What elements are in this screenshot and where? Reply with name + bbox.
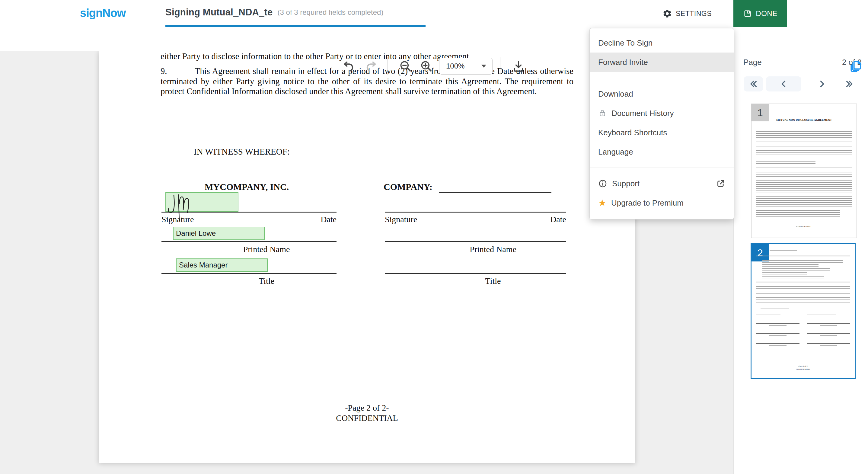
done-button[interactable]: DONE: [734, 0, 787, 27]
page-label: Page: [743, 58, 762, 67]
menu-item-forward-invite[interactable]: Forward Invite: [590, 53, 734, 72]
zoom-in-button[interactable]: [420, 59, 433, 73]
printed-name-label-right: Printed Name: [402, 244, 584, 254]
title-label-right: Title: [402, 276, 584, 286]
title-label-left: Title: [179, 276, 354, 286]
printed-name-label-left: Printed Name: [179, 244, 354, 254]
menu-item-label: Keyboard Shortcuts: [598, 128, 667, 137]
done-label: DONE: [756, 9, 777, 18]
app-header: signNow Signing Mutual_NDA_te (3 of 3 re…: [0, 0, 868, 27]
menu-item-keyboard-shortcuts[interactable]: Keyboard Shortcuts: [590, 123, 734, 142]
menu-item-language[interactable]: Language: [590, 142, 734, 161]
stacked-pages-icon: [849, 59, 864, 74]
page-footer-number: -Page 2 of 2-: [99, 403, 635, 413]
signature-date-labels-left: Signature Date: [161, 215, 337, 224]
printed-name-value: Daniel Lowe: [174, 227, 264, 239]
signature-line-right: [385, 212, 566, 212]
chevron-right-icon: [817, 79, 827, 89]
redo-button[interactable]: [364, 59, 378, 73]
page-indicator-row: Page 2 of 2: [734, 58, 868, 67]
thumb1-title: MUTUAL NON-DISCLOSURE AGREEMENT: [751, 118, 857, 121]
zoom-in-icon: [420, 60, 433, 73]
fields-completed-status: (3 of 3 required fields completed): [278, 8, 383, 17]
pages-sidebar: Page 2 of 2 1 MUTUAL NON-DISCLOSURE AGRE…: [734, 51, 868, 474]
paragraph-9-number: 9.: [161, 66, 195, 77]
info-circle-icon: [598, 179, 607, 188]
company-name-left: MYCOMPANY, INC.: [205, 182, 289, 192]
menu-item-download[interactable]: Download: [590, 84, 734, 103]
menu-item-decline-to-sign[interactable]: Decline To Sign: [590, 33, 734, 53]
next-page-button[interactable]: [813, 77, 831, 91]
menu-item-upgrade-to-premium[interactable]: ★ Upgrade to Premium: [590, 193, 734, 212]
toolbar: 100%: [0, 27, 868, 51]
signnow-signing-screen: signNow Signing Mutual_NDA_te (3 of 3 re…: [0, 0, 868, 474]
company-name-right: COMPANY:: [383, 182, 433, 192]
signature-line-left: [161, 212, 337, 212]
chevron-left-icon: [779, 79, 789, 89]
title-line-right: [385, 273, 566, 274]
star-icon: ★: [598, 198, 606, 207]
gear-icon: [662, 9, 672, 19]
completion-progress-bar: [165, 25, 426, 27]
settings-label: SETTINGS: [676, 10, 712, 18]
first-page-button[interactable]: [744, 77, 763, 91]
menu-item-label: Forward Invite: [598, 58, 648, 67]
download-icon: [512, 60, 525, 73]
title-line-left: [161, 273, 337, 274]
title-value: Sales Manager: [177, 259, 267, 271]
signature-field[interactable]: [165, 192, 239, 212]
thumb2-signature-columns: [756, 315, 850, 346]
menu-item-document-history[interactable]: Document History: [590, 103, 734, 123]
signature-label: Signature: [385, 215, 417, 224]
lock-icon: [598, 109, 607, 117]
company-blank-line: [439, 192, 551, 192]
download-button[interactable]: [512, 59, 525, 73]
zoom-level-select[interactable]: 100%: [439, 58, 493, 75]
signature-label: Signature: [161, 215, 194, 224]
signature-date-labels-right: Signature Date: [385, 215, 566, 224]
printed-name-line-left: [161, 241, 337, 242]
pages-panel-button[interactable]: [849, 59, 865, 74]
menu-item-label: Language: [598, 147, 633, 157]
last-page-button[interactable]: [840, 77, 859, 91]
chevron-down-icon: [482, 65, 486, 68]
menu-item-label: Document History: [612, 109, 674, 118]
previous-page-button[interactable]: [766, 77, 801, 91]
toolbar-divider: [500, 57, 500, 75]
document-page: either Party to disclose information to …: [99, 51, 635, 463]
menu-divider: [590, 78, 734, 78]
thumb2-text-lines: [756, 250, 850, 346]
signnow-logo: signNow: [80, 7, 126, 20]
double-chevron-right-icon: [844, 79, 855, 89]
menu-item-label: Download: [598, 89, 633, 99]
settings-menu: Decline To Sign Forward Invite Download …: [589, 28, 734, 219]
date-label: Date: [550, 215, 566, 224]
printed-name-field[interactable]: Daniel Lowe: [173, 227, 265, 240]
menu-divider: [590, 168, 734, 168]
toolbar-divider: [387, 57, 388, 75]
external-link-icon: [716, 179, 725, 188]
zoom-level-value: 100%: [446, 62, 464, 70]
page-thumbnail-1[interactable]: 1 MUTUAL NON-DISCLOSURE AGREEMENT CONFID…: [751, 103, 857, 238]
document-title: Signing Mutual_NDA_te: [165, 7, 273, 18]
menu-item-support[interactable]: Support: [590, 174, 734, 193]
zoom-out-button[interactable]: [399, 59, 412, 73]
settings-button[interactable]: SETTINGS: [662, 0, 712, 27]
thumb2-footer-page: -Page 2 of 2-: [751, 365, 855, 367]
undo-icon: [343, 60, 355, 73]
witness-clause: IN WITNESS WHEREOF:: [194, 147, 290, 157]
undo-button[interactable]: [342, 59, 356, 73]
page-thumbnail-2-selected[interactable]: 2 -Page 2 of 2- CONFIDENTI: [751, 243, 856, 379]
toolbar-divider: [846, 56, 846, 77]
double-chevron-left-icon: [748, 79, 758, 89]
save-icon: [743, 9, 752, 18]
document-title-area: Signing Mutual_NDA_te (3 of 3 required f…: [165, 0, 383, 25]
printed-name-line-right: [385, 241, 566, 242]
menu-item-label: Upgrade to Premium: [611, 198, 684, 208]
thumb2-footer-confidential: CONFIDENTIAL: [751, 368, 855, 370]
page-footer-confidential: CONFIDENTIAL: [99, 413, 635, 423]
zoom-out-icon: [399, 60, 412, 73]
title-field[interactable]: Sales Manager: [176, 259, 268, 272]
redo-icon: [365, 60, 377, 73]
menu-item-label: Decline To Sign: [598, 38, 652, 48]
